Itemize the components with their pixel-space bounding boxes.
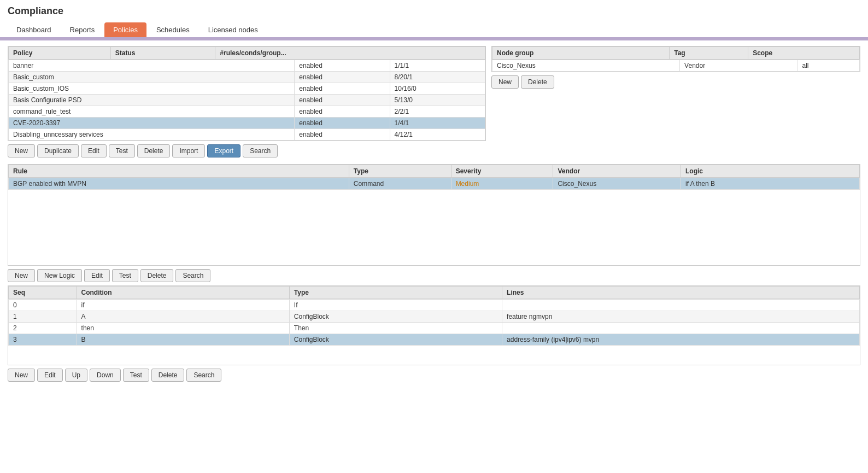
tab-reports[interactable]: Reports xyxy=(61,22,104,37)
nodegroup-new-btn[interactable]: New xyxy=(491,75,519,89)
policy-btn-bar: New Duplicate Edit Test Delete Import Ex… xyxy=(8,144,486,157)
policy-row[interactable]: Basic_custom_IOS enabled 10/16/0 xyxy=(9,83,485,95)
policy-name: banner xyxy=(9,60,295,72)
conditions-section: Seq Condition Type Lines 0 if If 1 A Con… xyxy=(8,285,860,382)
page-title: Compliance xyxy=(0,0,868,20)
tab-schedules[interactable]: Schedules xyxy=(148,22,198,37)
rule-newlogic-btn[interactable]: New Logic xyxy=(37,269,82,282)
tab-policies[interactable]: Policies xyxy=(104,22,146,37)
policy-edit-btn[interactable]: Edit xyxy=(81,144,107,157)
condition-name: B xyxy=(77,334,289,346)
col-seq: Seq xyxy=(9,287,77,299)
condition-seq: 1 xyxy=(9,311,77,323)
policy-new-btn[interactable]: New xyxy=(8,144,35,157)
condition-delete-btn[interactable]: Delete xyxy=(151,369,185,382)
condition-name: if xyxy=(77,300,289,311)
policy-name: Disabling_unncessary services xyxy=(9,129,295,141)
policy-name: Basic_custom xyxy=(9,72,295,83)
rule-search-btn[interactable]: Search xyxy=(175,269,210,282)
rule-edit-btn[interactable]: Edit xyxy=(84,269,110,282)
policy-rules: 2/2/1 xyxy=(390,106,485,118)
rule-test-btn[interactable]: Test xyxy=(112,269,138,282)
col-logic: Logic xyxy=(681,165,860,178)
condition-type: Then xyxy=(289,323,502,334)
policy-row[interactable]: Disabling_unncessary services enabled 4/… xyxy=(9,129,485,141)
col-condition: Condition xyxy=(77,287,289,299)
policies-data-table: banner enabled 1/1/1 Basic_custom enable… xyxy=(8,60,485,141)
condition-type: ConfigBlock xyxy=(289,311,502,323)
condition-lines xyxy=(502,323,860,334)
policy-import-btn[interactable]: Import xyxy=(172,144,205,157)
divider-bar xyxy=(0,37,868,40)
nodegroup-tag: Vendor xyxy=(680,60,797,72)
tab-licensed-nodes[interactable]: Licensed nodes xyxy=(200,22,267,37)
policy-row[interactable]: Basic_custom enabled 8/20/1 xyxy=(9,72,485,83)
policy-status: enabled xyxy=(295,118,390,129)
condition-row[interactable]: 3 B ConfigBlock address-family (ipv4|ipv… xyxy=(9,334,860,346)
policy-row[interactable]: banner enabled 1/1/1 xyxy=(9,60,485,72)
rule-logic: if A then B xyxy=(681,178,860,190)
policy-name: command_rule_test xyxy=(9,106,295,118)
condition-seq: 2 xyxy=(9,323,77,334)
condition-edit-btn[interactable]: Edit xyxy=(37,369,63,382)
condition-lines: address-family (ipv4|ipv6) mvpn xyxy=(502,334,860,346)
policy-status: enabled xyxy=(295,95,390,106)
policy-rules: 1/1/1 xyxy=(390,60,485,72)
conditions-header-table: Seq Condition Type Lines xyxy=(8,286,860,299)
col-cond-type: Type xyxy=(289,287,502,299)
nodegroup-row[interactable]: Cisco_Nexus Vendor all xyxy=(492,60,860,72)
tabs-bar: Dashboard Reports Policies Schedules Lic… xyxy=(0,20,868,37)
policy-export-btn[interactable]: Export xyxy=(207,144,241,157)
condition-lines: feature ngmvpn xyxy=(502,311,860,323)
rule-btn-bar: New New Logic Edit Test Delete Search xyxy=(8,269,860,282)
conditions-data-table: 0 if If 1 A ConfigBlock feature ngmvpn 2… xyxy=(8,299,860,346)
condition-up-btn[interactable]: Up xyxy=(65,369,87,382)
rules-data-table: BGP enabled with MVPN Command Medium Cis… xyxy=(8,178,860,190)
condition-row[interactable]: 0 if If xyxy=(9,300,860,311)
policy-row[interactable]: Basis Configuratie PSD enabled 5/13/0 xyxy=(9,95,485,106)
policy-delete-btn[interactable]: Delete xyxy=(137,144,171,157)
condition-row[interactable]: 1 A ConfigBlock feature ngmvpn xyxy=(9,311,860,323)
nodegroup-table: Node group Tag Scope xyxy=(492,46,860,60)
policy-rules: 8/20/1 xyxy=(390,72,485,83)
policy-search-btn[interactable]: Search xyxy=(243,144,278,157)
policy-status: enabled xyxy=(295,106,390,118)
condition-test-btn[interactable]: Test xyxy=(123,369,149,382)
col-rule: Rule xyxy=(9,165,349,178)
col-type: Type xyxy=(349,165,451,178)
nodegroup-btn-bar: New Delete xyxy=(491,75,860,89)
condition-down-btn[interactable]: Down xyxy=(90,369,121,382)
col-lines: Lines xyxy=(502,287,860,299)
rule-new-btn[interactable]: New xyxy=(8,269,35,282)
col-policy: Policy xyxy=(9,47,111,60)
condition-seq: 0 xyxy=(9,300,77,311)
policies-table: Policy Status #rules/conds/group... xyxy=(8,46,485,60)
col-severity: Severity xyxy=(451,165,553,178)
condition-name: A xyxy=(77,311,289,323)
condition-row[interactable]: 2 then Then xyxy=(9,323,860,334)
policies-panel: Policy Status #rules/conds/group... bann… xyxy=(8,46,486,161)
condition-lines xyxy=(502,300,860,311)
policy-row[interactable]: command_rule_test enabled 2/2/1 xyxy=(9,106,485,118)
rules-header-table: Rule Type Severity Vendor Logic xyxy=(8,165,860,178)
col-nodegroup: Node group xyxy=(492,47,670,60)
rule-delete-btn[interactable]: Delete xyxy=(140,269,174,282)
policy-name: Basis Configuratie PSD xyxy=(9,95,295,106)
policy-rules: 1/4/1 xyxy=(390,118,485,129)
condition-search-btn[interactable]: Search xyxy=(186,369,221,382)
policy-test-btn[interactable]: Test xyxy=(109,144,135,157)
policy-row[interactable]: CVE-2020-3397 enabled 1/4/1 xyxy=(9,118,485,129)
col-vendor: Vendor xyxy=(553,165,681,178)
condition-type: If xyxy=(289,300,502,311)
policy-rules: 5/13/0 xyxy=(390,95,485,106)
condition-name: then xyxy=(77,323,289,334)
policy-rules: 4/12/1 xyxy=(390,129,485,141)
tab-dashboard[interactable]: Dashboard xyxy=(8,22,60,37)
policy-duplicate-btn[interactable]: Duplicate xyxy=(37,144,79,157)
rule-row[interactable]: BGP enabled with MVPN Command Medium Cis… xyxy=(9,178,860,190)
condition-seq: 3 xyxy=(9,334,77,346)
col-tag: Tag xyxy=(670,47,748,60)
nodegroup-delete-btn[interactable]: Delete xyxy=(521,75,554,89)
condition-new-btn[interactable]: New xyxy=(8,369,35,382)
rule-severity: Medium xyxy=(451,178,553,190)
